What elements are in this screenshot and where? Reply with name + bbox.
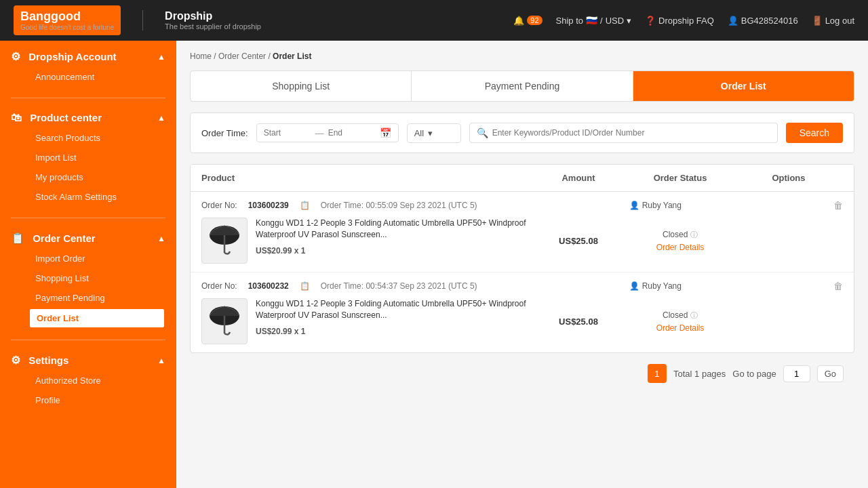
sidebar-section-header-dropship[interactable]: ⚙ Dropship Account ▲ [11,50,165,63]
order-time-1: Order Time: 00:55:09 Sep 23 2021 (UTC 5) [321,201,477,210]
bell-button[interactable]: 🔔 92 [513,16,542,26]
sidebar-item-order-list[interactable]: Order List [28,308,165,329]
sidebar-item-announcement[interactable]: Announcement [35,67,165,87]
order-product-row-1: Konggu WD1 1-2 People 3 Folding Automati… [201,218,843,264]
breadcrumb-current: Order List [273,52,311,61]
copy-icon-2[interactable]: 📋 [300,281,310,291]
product-price-2: US$20.99 x 1 [256,327,531,336]
user-id-button[interactable]: 👤 BG428524016 [728,16,798,26]
search-icon: 🔍 [477,127,488,138]
main-content: Home / Order Center / Order List Shoppin… [176,41,868,488]
question-icon: ❓ [645,16,656,26]
sidebar-section-label-settings: Settings [28,354,68,366]
product-image-1 [201,218,248,264]
product-image-2 [201,298,248,344]
chevron-down-icon: ▲ [157,52,165,62]
status-cell-1: Closed ⓘ Order Details [626,229,734,252]
product-details-1: Konggu WD1 1-2 People 3 Folding Automati… [256,218,531,256]
status-badge-1: Closed [663,230,688,239]
sidebar: ⚙ Dropship Account ▲ Announcement 🛍 Prod… [0,41,176,488]
product-info-2: Konggu WD1 1-2 People 3 Folding Automati… [201,298,531,344]
sidebar-item-my-products[interactable]: My products [35,167,165,187]
breadcrumb: Home / Order Center / Order List [190,52,854,61]
breadcrumb-order-center[interactable]: Order Center [218,52,266,61]
flag-icon: 🇷🇺 [586,15,597,26]
order-meta-2: Order No: 103600232 📋 Order Time: 00:54:… [201,281,843,291]
faq-button[interactable]: ❓ Dropship FAQ [645,16,714,26]
sidebar-item-search-products[interactable]: Search Products [35,128,165,148]
sidebar-item-shopping-list[interactable]: Shopping List [35,268,165,288]
dropship-account-icon: ⚙ [11,51,20,62]
chevron-down-icon-3: ▲ [157,234,165,243]
tab-shopping-list[interactable]: Shopping List [191,71,412,101]
col-status: Order Status [626,173,734,183]
total-pages-text: Total 1 pages [673,369,726,379]
date-start-input[interactable] [264,128,311,138]
product-center-icon: 🛍 [11,112,22,123]
page-go-input[interactable] [783,365,810,382]
status-dropdown[interactable]: All ▾ [407,123,461,143]
sidebar-item-import-list[interactable]: Import List [35,148,165,167]
search-input[interactable] [492,128,770,138]
order-product-row-2: Konggu WD1 1-2 People 3 Folding Automati… [201,298,843,344]
page-1-button[interactable]: 1 [648,364,667,383]
sidebar-items-order: Import Order Shopping List Payment Pendi… [11,249,165,333]
delete-icon-2[interactable]: 🗑 [833,281,843,291]
delete-icon-1[interactable]: 🗑 [833,200,843,211]
logo-tagline: Good life doesn't cost a fortune [20,24,114,31]
sidebar-section-header-order[interactable]: 📋 Order Center ▲ [11,232,165,245]
top-navigation: Banggood Good life doesn't cost a fortun… [0,0,868,41]
product-info-1: Konggu WD1 1-2 People 3 Folding Automati… [201,218,531,264]
keyword-search-box: 🔍 [469,123,778,143]
amount-cell-2: US$25.08 [531,317,626,327]
breadcrumb-home[interactable]: Home [190,52,212,61]
chevron-down-icon-2: ▲ [157,113,165,123]
dropship-title-area: Dropship The best supplier of dropship [165,10,261,30]
settings-icon: ⚙ [11,354,20,366]
order-details-link-1[interactable]: Order Details [626,243,734,252]
product-price-1: US$20.99 x 1 [256,246,531,256]
copy-icon-1[interactable]: 📋 [300,201,310,210]
sidebar-section-header-settings[interactable]: ⚙ Settings ▲ [11,354,165,367]
tab-order-list[interactable]: Order List [633,71,854,101]
ship-to-area[interactable]: Ship to 🇷🇺 / USD ▾ [556,15,632,26]
sidebar-item-authorized-store[interactable]: Authorized Store [35,371,165,390]
logo-main: Banggood [20,9,114,24]
filter-bar: Order Time: — 📅 All ▾ 🔍 Search [190,113,854,153]
ship-to-label: Ship to [556,16,583,26]
tabs-bar: Shopping List Payment Pending Order List [190,70,854,102]
order-no-2: 103600232 [248,281,289,291]
sidebar-item-payment-pending[interactable]: Payment Pending [35,288,165,308]
order-no-label-2: Order No: [201,281,237,291]
sidebar-items-dropship: Announcement [11,67,165,91]
umbrella-svg-1 [205,222,243,260]
status-badge-2: Closed [663,310,688,320]
date-end-input[interactable] [328,128,376,138]
table-header: Product Amount Order Status Options [191,165,854,192]
status-value: All [414,128,424,138]
info-icon-1[interactable]: ⓘ [690,230,698,239]
sidebar-item-stock-alarm[interactable]: Stock Alarm Settings [35,187,165,207]
go-button[interactable]: Go [817,365,844,382]
sidebar-section-label-product: Product center [30,112,102,123]
product-title-1: Konggu WD1 1-2 People 3 Folding Automati… [256,218,531,241]
sidebar-item-import-order[interactable]: Import Order [35,249,165,268]
tab-payment-pending[interactable]: Payment Pending [412,71,633,101]
user-icon-2: 👤 [629,281,639,291]
search-button[interactable]: Search [786,123,843,143]
sidebar-section-header-product[interactable]: 🛍 Product center ▲ [11,112,165,124]
logo-box[interactable]: Banggood Good life doesn't cost a fortun… [14,5,121,35]
nav-right: 🔔 92 Ship to 🇷🇺 / USD ▾ ❓ Dropship FAQ 👤… [513,15,854,26]
calendar-icon[interactable]: 📅 [380,127,391,138]
filter-order-time-label: Order Time: [201,128,248,138]
status-cell-2: Closed ⓘ Order Details [626,310,734,333]
order-user-1: 👤 Ruby Yang [629,201,682,210]
info-icon-2[interactable]: ⓘ [690,311,698,319]
date-range-picker[interactable]: — 📅 [256,123,399,142]
pagination: 1 Total 1 pages Go to page Go [190,353,854,386]
logout-button[interactable]: 🚪 Log out [812,16,854,26]
dropship-title: Dropship [165,10,261,22]
nav-divider [142,10,143,30]
sidebar-item-profile[interactable]: Profile [35,390,165,410]
order-details-link-2[interactable]: Order Details [626,323,734,333]
